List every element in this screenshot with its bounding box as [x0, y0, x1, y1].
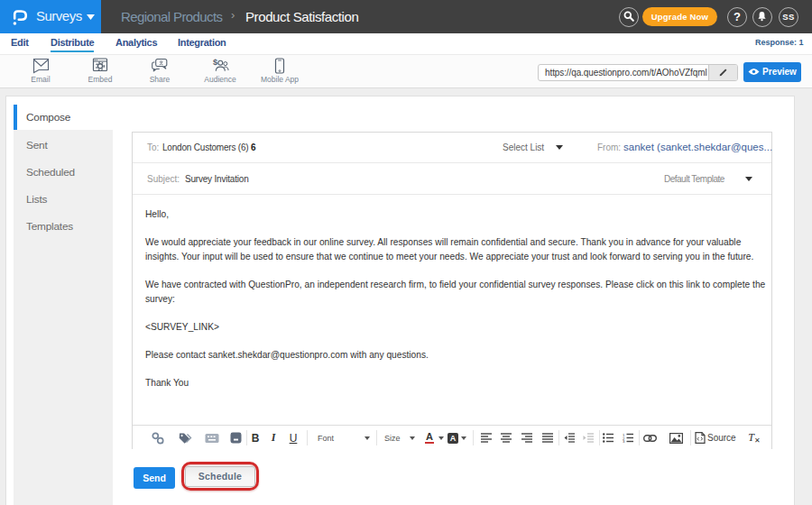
svg-text:3: 3 [623, 439, 625, 443]
svg-text:$: $ [213, 58, 218, 67]
